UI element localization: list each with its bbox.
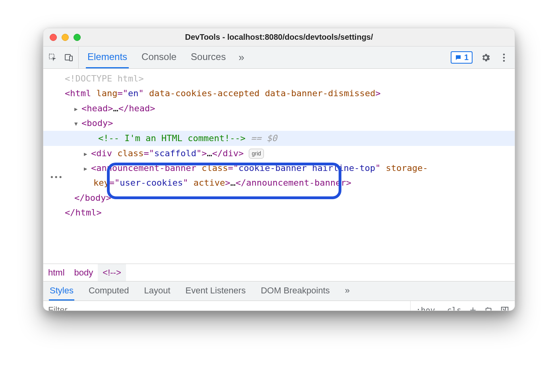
more-tabs-icon[interactable]: » bbox=[238, 51, 244, 64]
scaffold-class-value: scaffold bbox=[154, 148, 196, 158]
attr-cookies: data-cookies-accepted bbox=[149, 88, 260, 98]
subtab-computed[interactable]: Computed bbox=[88, 281, 130, 301]
tab-sources[interactable]: Sources bbox=[189, 47, 227, 68]
subtab-styles[interactable]: Styles bbox=[49, 281, 74, 301]
computed-panel-toggle-icon[interactable] bbox=[500, 306, 509, 311]
subtab-event-listeners[interactable]: Event Listeners bbox=[185, 281, 247, 301]
tab-console[interactable]: Console bbox=[140, 47, 178, 68]
ann-storage-key-value: user-cookies bbox=[120, 178, 183, 188]
selection-marker: == $0 bbox=[246, 133, 277, 143]
expand-head-icon[interactable]: ▶ bbox=[74, 105, 81, 114]
ann-active-attr: active bbox=[194, 178, 225, 188]
subtab-dom-breakpoints[interactable]: DOM Breakpoints bbox=[260, 281, 331, 301]
scaffold-ellipsis: … bbox=[207, 148, 212, 158]
main-toolbar: Elements Console Sources » 1 bbox=[43, 47, 515, 69]
expand-scaffold-icon[interactable]: ▶ bbox=[84, 149, 91, 159]
devtools-window: DevTools - localhost:8080/docs/devtools/… bbox=[43, 28, 515, 311]
html-close-line[interactable]: </html> bbox=[43, 205, 515, 220]
svg-rect-6 bbox=[486, 308, 491, 311]
body-open-line[interactable]: ▼<body> bbox=[43, 116, 515, 130]
crumb-html[interactable]: html bbox=[43, 264, 70, 281]
new-style-rule-icon[interactable] bbox=[469, 306, 477, 311]
more-subtabs-icon[interactable]: » bbox=[344, 281, 351, 301]
styles-filter-input[interactable] bbox=[43, 301, 410, 311]
styles-filter-row: :hov .cls bbox=[43, 301, 515, 311]
head-ellipsis: … bbox=[113, 103, 118, 113]
attr-banner-dismissed: data-banner-dismissed bbox=[265, 88, 375, 98]
selected-comment-line[interactable]: <!-- I'm an HTML comment!--> == $0 bbox=[43, 131, 515, 146]
issues-badge[interactable]: 1 bbox=[451, 51, 473, 64]
crumb-comment[interactable]: <!--> bbox=[98, 264, 126, 281]
ann-tag: announcement-banner bbox=[96, 163, 196, 173]
html-open-line[interactable]: <html lang="en" data-cookies-accepted da… bbox=[43, 86, 515, 101]
toolbar-right: 1 bbox=[451, 47, 515, 68]
ann-ellipsis: … bbox=[230, 178, 235, 188]
svg-point-5 bbox=[503, 60, 505, 62]
doctype-line[interactable]: <!DOCTYPE html> bbox=[43, 71, 515, 86]
gutter-ellipsis[interactable]: ••• bbox=[50, 171, 63, 184]
inspect-element-icon[interactable] bbox=[48, 53, 58, 62]
styles-subtabs: Styles Computed Layout Event Listeners D… bbox=[43, 281, 515, 301]
svg-rect-2 bbox=[70, 56, 72, 61]
expand-announcement-icon[interactable]: ▶ bbox=[84, 164, 91, 174]
attr-lang-value: en bbox=[128, 88, 139, 98]
announcement-line[interactable]: ▶<announcement-banner class="cookie-bann… bbox=[43, 161, 515, 175]
toolbar-left bbox=[43, 47, 79, 68]
dom-breadcrumbs: html body <!--> bbox=[43, 264, 515, 281]
window-title: DevTools - localhost:8080/docs/devtools/… bbox=[43, 33, 515, 42]
svg-point-4 bbox=[503, 56, 505, 58]
svg-rect-7 bbox=[502, 307, 508, 311]
html-comment: <!-- I'm an HTML comment!--> bbox=[98, 133, 246, 143]
issues-count: 1 bbox=[464, 53, 469, 62]
titlebar: DevTools - localhost:8080/docs/devtools/… bbox=[43, 28, 515, 47]
collapse-body-icon[interactable]: ▼ bbox=[74, 119, 81, 129]
scaffold-line[interactable]: ▶<div class="scaffold">…</div> grid bbox=[43, 146, 515, 161]
cls-toggle[interactable]: .cls bbox=[442, 305, 461, 311]
svg-point-3 bbox=[503, 53, 505, 55]
tab-elements[interactable]: Elements bbox=[86, 47, 129, 68]
ann-class-value: cookie-banner hairline-top bbox=[238, 163, 375, 173]
body-close-line[interactable]: </body> bbox=[43, 190, 515, 205]
grid-badge[interactable]: grid bbox=[249, 149, 264, 159]
elements-tree[interactable]: <!DOCTYPE html> <html lang="en" data-coo… bbox=[43, 69, 515, 264]
device-toggle-icon[interactable] bbox=[64, 53, 74, 62]
styles-filter-tools: :hov .cls bbox=[410, 301, 515, 311]
paint-bucket-icon[interactable] bbox=[484, 306, 493, 311]
main-tabs: Elements Console Sources bbox=[79, 47, 227, 68]
zoom-window-button[interactable] bbox=[74, 34, 81, 41]
kebab-menu-icon[interactable] bbox=[499, 52, 509, 63]
crumb-body[interactable]: body bbox=[70, 264, 98, 281]
minimize-window-button[interactable] bbox=[62, 34, 69, 41]
ann-close-tag: announcement-banner bbox=[246, 178, 346, 188]
subtab-layout[interactable]: Layout bbox=[143, 281, 171, 301]
traffic-lights bbox=[50, 34, 81, 41]
hov-toggle[interactable]: :hov bbox=[416, 305, 435, 311]
close-window-button[interactable] bbox=[50, 34, 57, 41]
settings-icon[interactable] bbox=[480, 52, 491, 63]
head-line[interactable]: ▶<head>…</head> bbox=[43, 101, 515, 116]
announcement-line-wrap[interactable]: key="user-cookies" active>…</announcemen… bbox=[43, 175, 515, 190]
